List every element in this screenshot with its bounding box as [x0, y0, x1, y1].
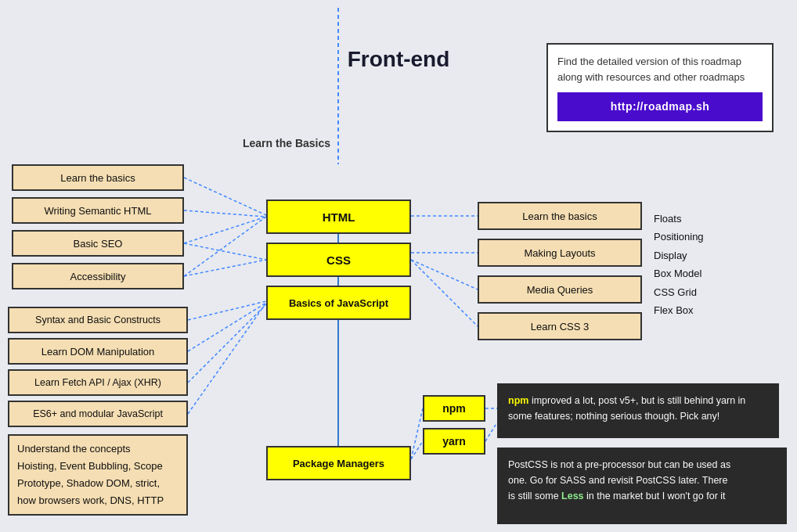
npm-dark-box: npm improved a lot, post v5+, but is sti… — [497, 383, 779, 438]
svg-line-5 — [184, 178, 266, 215]
list-item: Display — [654, 246, 704, 264]
right-node-css3[interactable]: Learn CSS 3 — [478, 312, 642, 340]
svg-line-6 — [184, 210, 266, 217]
list-item: Positioning — [654, 228, 704, 246]
postcss-line1: PostCSS is not a pre-processor but can b… — [508, 457, 776, 473]
left-node-learn-basics[interactable]: Learn the basics — [12, 164, 184, 191]
page-title: Front-end — [348, 47, 450, 72]
svg-line-8 — [184, 217, 266, 276]
svg-line-12 — [188, 303, 266, 351]
left-text-block: Understand the concepts Hoisting, Event … — [8, 434, 188, 516]
svg-line-9 — [184, 243, 266, 260]
left-node-accessibility[interactable]: Accessibility — [12, 263, 184, 289]
svg-line-18 — [411, 260, 478, 326]
left-node-fetch[interactable]: Learn Fetch API / Ajax (XHR) — [8, 369, 188, 396]
pm-node[interactable]: Package Managers — [266, 446, 411, 480]
css-plain-list: Floats Positioning Display Box Model CSS… — [654, 210, 704, 319]
svg-line-20 — [411, 441, 423, 459]
svg-line-14 — [188, 303, 266, 414]
left-node-semantic-html[interactable]: Writing Semantic HTML — [12, 197, 184, 224]
postcss-line2: one. Go for SASS and revisit PostCSS lat… — [508, 473, 776, 488]
left-node-es6[interactable]: ES6+ and modular JavaScript — [8, 401, 188, 427]
right-node-learn-basics[interactable]: Learn the basics — [478, 202, 642, 230]
left-node-syntax[interactable]: Syntax and Basic Constructs — [8, 307, 188, 333]
list-item: Box Model — [654, 264, 704, 282]
info-box-text: Find the detailed version of this roadma… — [557, 56, 745, 83]
svg-line-13 — [188, 304, 266, 383]
npm-highlight: npm — [508, 395, 528, 406]
list-item: CSS Grid — [654, 283, 704, 301]
npm-description: improved a lot, post v5+, but is still b… — [508, 395, 745, 422]
svg-line-19 — [411, 408, 423, 459]
svg-line-7 — [184, 217, 266, 243]
svg-line-22 — [485, 422, 497, 441]
npm-node[interactable]: npm — [423, 395, 485, 422]
info-box: Find the detailed version of this roadma… — [546, 43, 774, 132]
svg-line-10 — [184, 260, 266, 276]
svg-line-17 — [411, 260, 478, 289]
right-node-media-queries[interactable]: Media Queries — [478, 275, 642, 304]
list-item: Floats — [654, 210, 704, 228]
postcss-line3: is still some Less in the market but I w… — [508, 488, 776, 504]
html-node[interactable]: HTML — [266, 200, 411, 234]
right-node-layouts[interactable]: Making Layouts — [478, 239, 642, 267]
left-node-dom[interactable]: Learn DOM Manipulation — [8, 338, 188, 365]
list-item: Flex Box — [654, 301, 704, 319]
learn-basics-label: Learn the Basics — [243, 137, 330, 149]
roadmap-url-button[interactable]: http://roadmap.sh — [557, 92, 763, 121]
less-highlight: Less — [561, 491, 584, 501]
postcss-dark-box: PostCSS is not a pre-processor but can b… — [497, 448, 787, 524]
svg-line-11 — [188, 301, 266, 320]
left-node-basic-seo[interactable]: Basic SEO — [12, 230, 184, 257]
js-node[interactable]: Basics of JavaScript — [266, 286, 411, 320]
canvas: Front-end Learn the Basics Find the deta… — [0, 0, 797, 532]
yarn-node[interactable]: yarn — [423, 428, 485, 455]
css-node[interactable]: CSS — [266, 243, 411, 277]
